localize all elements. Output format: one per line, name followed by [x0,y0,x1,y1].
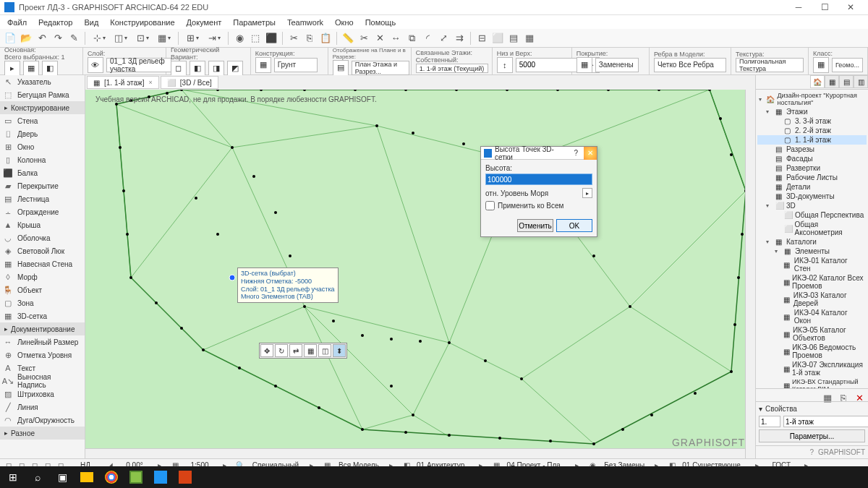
tool-mesh[interactable]: ▦3D-сетка [0,309,85,322]
dlg-cancel-button[interactable]: Отменить [517,219,553,232]
tree-floor3[interactable]: ▢3. 3-й этаж [757,116,867,126]
grid-icon[interactable]: ▦ [154,31,174,46]
offset-icon[interactable]: ⇥ [204,31,224,46]
tool-morph[interactable]: ◊Морф [0,270,85,283]
pet-move[interactable]: ✥ [260,344,273,357]
worksheet-icon[interactable]: ▦ [522,31,537,46]
pet-rotate[interactable]: ↻ [275,344,288,357]
tree-cat-2[interactable]: ▦ИКЭ-03 Каталог Дверей [757,291,867,308]
layer-vis-icon[interactable]: 👁 [88,57,103,73]
tree-details[interactable]: ▦Детали [757,182,867,192]
tool-arc[interactable]: ◠Дуга/Окружность [0,414,85,427]
prop-num[interactable] [759,416,780,427]
start-button[interactable]: ⊞ [1,467,25,487]
paste-icon[interactable]: 📋 [318,31,333,46]
canvas[interactable]: Учебная версия ARCHICAD, не для продажи.… [85,90,755,458]
prop-params-button[interactable]: Параметры... [759,429,865,442]
tree-cat-7[interactable]: ▦ИКЭ-ВХ Стандартный Каталог BIM [757,377,867,388]
top-icon[interactable]: ↕ [497,57,513,73]
tab-3d[interactable]: ⬜[3D / Все] [161,76,218,89]
resize-icon[interactable]: ⤢ [436,31,451,46]
pet-stretch[interactable]: ◫ [318,344,331,357]
maximize-button[interactable]: ☐ [812,0,838,14]
tree-cat-0[interactable]: ▦ИКЭ-01 Каталог Стен [757,256,867,273]
nav-tab-layout[interactable]: ▤ [839,75,854,88]
menu-file[interactable]: Файл [1,17,33,28]
sel-btn3[interactable]: ◧ [42,61,58,77]
explorer-app[interactable] [75,467,98,487]
toolbox-head-diff[interactable]: Разное [0,427,85,440]
tree-facades[interactable]: ▤Фасады [757,154,867,163]
cover-dropdown[interactable]: Заменены [595,58,639,72]
taskview-button[interactable]: ▣ [51,467,74,487]
geom-4[interactable]: ◩ [227,61,243,77]
dlg-ref-button[interactable]: ▸ [582,188,592,198]
prop-name[interactable] [783,416,868,427]
tree-floor1[interactable]: ▢1. 1-й этаж [757,135,867,145]
section-icon[interactable]: ⊟ [475,31,489,46]
intersect-icon[interactable]: ⧉ [404,31,419,46]
geom-2[interactable]: ◧ [190,61,205,77]
sel-btn2[interactable]: ▦ [23,61,39,77]
open-icon[interactable]: 📂 [19,31,33,46]
tool-column[interactable]: ▯Колонна [0,153,85,166]
nav-tab-pub[interactable]: ▥ [854,75,868,88]
tool-fill[interactable]: ▨Штриховка [0,388,85,401]
class-icon[interactable]: ▦ [813,57,829,73]
pet-mirror[interactable]: ⇄ [289,344,302,357]
own-dropdown[interactable]: 1. 1-й этаж (Текущий) [416,64,488,73]
tree-floors[interactable]: ▾▦Этажи [757,107,867,116]
toolbox-head-construct[interactable]: Конструирование [0,101,85,114]
layer-dropdown[interactable]: 01_1 3Д рельеф участка [106,58,171,72]
menu-document[interactable]: Документ [181,17,228,28]
dlg-close-button[interactable]: ✕ [584,147,597,160]
tool-line[interactable]: ╱Линия [0,401,85,414]
menu-help[interactable]: Помощь [359,17,402,28]
chrome-app[interactable] [100,467,123,487]
tree-develop[interactable]: ▤Развертки [757,163,867,173]
cover-icon[interactable]: ▦ [576,57,592,73]
view3d-icon[interactable]: ⬜ [490,31,505,46]
tool-zone[interactable]: ▢Зона [0,296,85,309]
tree-cat-4[interactable]: ▦ИКЭ-05 Каталог Объектов [757,325,867,343]
tree-cat-1[interactable]: ▦ИКЭ-02 Каталог Всех Проемов [757,273,867,291]
close-icon[interactable]: × [149,79,153,86]
copy-icon[interactable]: ⎘ [302,31,317,46]
tree-root[interactable]: ▾🏠Дизайн-проект "Курортная ностальгия" [757,91,867,107]
sel-btn1[interactable]: ▸ [4,61,20,77]
menu-edit[interactable]: Редактор [33,17,78,28]
menu-options[interactable]: Параметры [227,17,281,28]
tool-marquee[interactable]: ⬚Бегущая Рамка [0,88,85,101]
dlg-help-button[interactable]: ? [571,148,581,158]
split-icon[interactable]: ✕ [373,31,387,46]
tool-dim[interactable]: ↔Линейный Размер [0,335,85,348]
offset2-icon[interactable]: ⇉ [452,31,467,46]
guide-icon[interactable]: ◫ [111,31,131,46]
tree-sections[interactable]: ▤Разрезы [757,145,867,154]
group-icon[interactable]: ⬚ [248,31,263,46]
tree-cat-6[interactable]: ▦ИКЭ-07 Экспликация 1-й этаж [757,360,867,377]
tree-catalogs[interactable]: ▾▦Каталоги [757,237,867,247]
pet-elevate[interactable]: ▦ [304,344,317,357]
tree-floor2[interactable]: ▢2. 2-й этаж [757,126,867,135]
new-icon[interactable]: 📄 [3,31,17,46]
snap-icon[interactable]: ⊹ [89,31,109,46]
edges-dropdown[interactable]: Четко Все Ребра [654,58,726,72]
tool-window[interactable]: ⊞Окно [0,140,85,153]
search-button[interactable]: ⌕ [26,467,49,487]
geom-3[interactable]: ◨ [208,61,224,77]
tool-shell[interactable]: ◡Оболочка [0,231,85,244]
archicad-app[interactable] [149,467,172,487]
ungroup-icon[interactable]: ⬛ [264,31,278,46]
menu-design[interactable]: Конструирование [104,17,180,28]
snap2-icon[interactable]: ⊡ [132,31,153,46]
tree-axon[interactable]: ⬜Общая Аксонометрия [757,220,867,237]
tool-label[interactable]: A↘Выносная Надпись [0,374,85,388]
nav-tab-project[interactable]: 🏠 [810,75,825,88]
gridsnap-icon[interactable]: ⊞ [182,31,203,46]
toolbox-head-doc[interactable]: Документирование [0,322,85,335]
pet-height[interactable]: ⬍ [333,344,346,357]
construct-dropdown[interactable]: Грунт [274,58,318,72]
recorder-app[interactable] [174,467,197,487]
dlg-applyall-checkbox[interactable] [485,201,495,210]
